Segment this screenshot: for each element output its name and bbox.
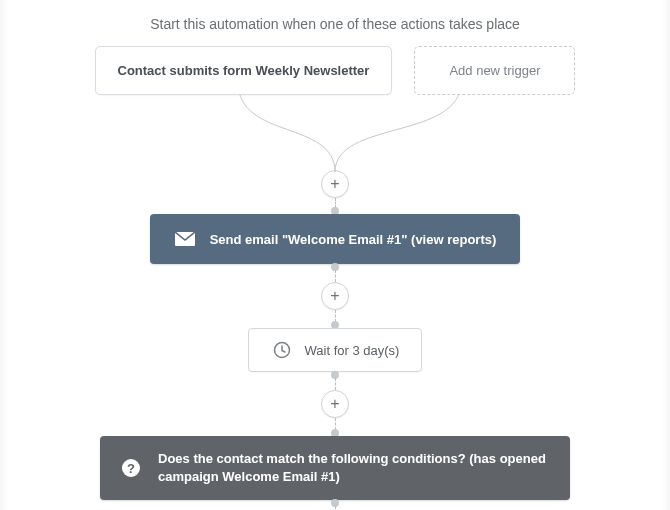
svg-text:?: ? bbox=[127, 461, 135, 476]
wait-node[interactable]: Wait for 3 day(s) bbox=[248, 328, 423, 372]
email-node-label: Send email "Welcome Email #1" (view repo… bbox=[210, 232, 497, 247]
email-icon bbox=[174, 228, 196, 250]
condition-node[interactable]: ? Does the contact match the following c… bbox=[100, 436, 570, 500]
clock-icon bbox=[271, 339, 293, 361]
wait-node-label: Wait for 3 day(s) bbox=[305, 343, 400, 358]
add-step-button[interactable]: + bbox=[321, 170, 349, 198]
help-icon: ? bbox=[120, 457, 142, 479]
condition-node-label: Does the contact match the following con… bbox=[158, 450, 550, 486]
trigger-item[interactable]: Contact submits form Weekly Newsletter bbox=[95, 46, 393, 95]
send-email-node[interactable]: Send email "Welcome Email #1" (view repo… bbox=[150, 214, 521, 264]
add-step-button[interactable]: + bbox=[321, 390, 349, 418]
add-trigger-button[interactable]: Add new trigger bbox=[414, 46, 575, 95]
trigger-row: Contact submits form Weekly Newsletter A… bbox=[0, 46, 670, 95]
automation-flow: + Send email "Welcome Email #1" (view re… bbox=[0, 170, 670, 510]
add-step-button[interactable]: + bbox=[321, 282, 349, 310]
page-instruction: Start this automation when one of these … bbox=[0, 0, 670, 32]
